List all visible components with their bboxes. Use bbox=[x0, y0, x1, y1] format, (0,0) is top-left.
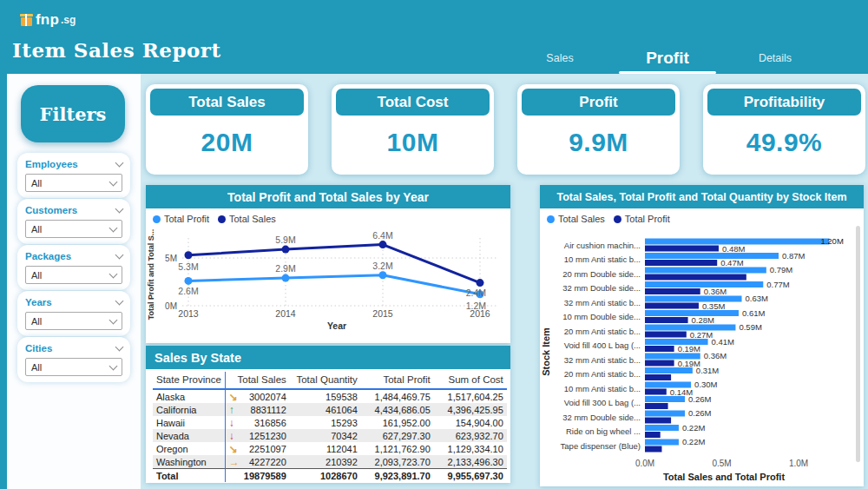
sales-bar[interactable] bbox=[645, 268, 766, 274]
filter-dropdown[interactable]: All bbox=[25, 266, 122, 284]
profit-bar[interactable] bbox=[645, 360, 674, 367]
profit-bar[interactable] bbox=[645, 403, 668, 409]
app-header: fnp .sg Item Sales Report Sales Profit D… bbox=[0, 0, 868, 74]
chevron-down-icon bbox=[109, 315, 118, 324]
profit-bar[interactable] bbox=[645, 274, 746, 281]
filter-group: Employees All bbox=[17, 153, 130, 198]
profit-bar[interactable] bbox=[645, 374, 671, 380]
chevron-down-icon bbox=[109, 269, 118, 278]
kpi-row: Total Sales 20M Total Cost 10M Profit 9.… bbox=[146, 84, 865, 175]
legend-item[interactable]: Total Sales bbox=[547, 214, 605, 224]
chart-text: Total Sales and Total Profit bbox=[663, 472, 786, 482]
line-chart-title: Total Profit and Total Sales by Year bbox=[146, 185, 510, 208]
chevron-down-icon[interactable] bbox=[115, 297, 124, 306]
profit-bar[interactable] bbox=[645, 303, 699, 309]
filters-button[interactable]: Filters bbox=[21, 85, 125, 142]
legend-item[interactable]: Total Profit bbox=[153, 214, 209, 224]
trend-down-right-icon: ↘ bbox=[229, 445, 238, 453]
tab-profit[interactable]: Profit bbox=[612, 49, 723, 74]
sales-bar[interactable] bbox=[645, 439, 679, 446]
filter-dropdown[interactable]: All bbox=[25, 220, 122, 238]
tab-details[interactable]: Details bbox=[723, 52, 827, 74]
legend-label: Total Profit bbox=[625, 214, 670, 224]
data-point[interactable] bbox=[379, 271, 387, 279]
filter-group: Customers All bbox=[17, 199, 130, 244]
report-tabs: Sales Profit Details bbox=[508, 49, 827, 74]
kpi-card: Profitability 49.9% bbox=[703, 84, 865, 175]
chart-text: 0.63M bbox=[746, 294, 768, 303]
col-total-quantity[interactable]: Total Quantity bbox=[290, 372, 361, 389]
chevron-down-icon bbox=[109, 223, 118, 232]
legend-item[interactable]: Total Sales bbox=[218, 214, 276, 224]
kpi-card: Profit 9.9M bbox=[517, 84, 680, 175]
profit-bar[interactable] bbox=[645, 418, 671, 424]
table-row[interactable]: California↑88311124610644,434,686.054,39… bbox=[153, 403, 507, 416]
data-point[interactable] bbox=[185, 251, 193, 259]
filter-dropdown[interactable]: All bbox=[25, 358, 122, 376]
sales-bar[interactable] bbox=[645, 411, 685, 417]
dashboard: fnp .sg Item Sales Report Sales Profit D… bbox=[0, 0, 868, 489]
kpi-card: Total Sales 20M bbox=[146, 84, 308, 175]
filter-list: Employees All Customers All Packages bbox=[17, 153, 130, 383]
chevron-down-icon[interactable] bbox=[115, 343, 124, 352]
state-table-header: State Province Total Sales Total Quantit… bbox=[153, 372, 507, 389]
filter-dropdown[interactable]: All bbox=[25, 312, 122, 330]
profit-bar[interactable] bbox=[645, 332, 687, 338]
profit-bar[interactable] bbox=[645, 446, 661, 453]
filter-selected-value: All bbox=[31, 316, 42, 327]
profit-bar[interactable] bbox=[645, 389, 667, 395]
chart-text: 0.28M bbox=[692, 315, 714, 325]
bar-chart-svg: 0.0M0.5M1.0MTotal Sales and Total Profit… bbox=[540, 226, 864, 488]
filter-dropdown[interactable]: All bbox=[25, 174, 122, 192]
col-total-profit[interactable]: Total Profit bbox=[361, 372, 434, 389]
chart-text: 0.41M bbox=[712, 337, 734, 347]
table-row[interactable]: Washington→42272202103922,093,723.702,13… bbox=[153, 455, 507, 469]
table-total-row[interactable]: Total1987958910286709,923,891.709,955,69… bbox=[153, 469, 507, 483]
page-title: Item Sales Report bbox=[12, 38, 221, 62]
profit-bar[interactable] bbox=[645, 346, 674, 352]
profit-bar[interactable] bbox=[645, 288, 700, 294]
legend-item[interactable]: Total Profit bbox=[614, 214, 670, 224]
filter-selected-value: All bbox=[31, 270, 42, 281]
chart-text: 1.2M bbox=[466, 301, 486, 311]
chevron-down-icon[interactable] bbox=[115, 205, 124, 214]
bar-chart-legend: Total SalesTotal Profit bbox=[540, 208, 864, 226]
chart-text: 2014 bbox=[275, 308, 296, 319]
chevron-down-icon[interactable] bbox=[115, 251, 124, 260]
profit-bar[interactable] bbox=[645, 246, 719, 252]
table-row[interactable]: Hawaii↓31685615293161,952.00154,904.00 bbox=[153, 416, 507, 429]
table-row[interactable]: Nevada↓125123070342627,297.30623,932.70 bbox=[153, 429, 507, 442]
chart-text: Year bbox=[327, 320, 346, 331]
line-chart-card: Total Profit and Total Sales by Year Tot… bbox=[146, 185, 510, 343]
chart-text: 5.9M bbox=[275, 235, 295, 245]
brand-text: fnp bbox=[36, 11, 59, 29]
table-row[interactable]: Oregon↘22510971120411,121,762.901,129,33… bbox=[153, 442, 507, 455]
data-point[interactable] bbox=[477, 279, 484, 287]
data-point[interactable] bbox=[282, 274, 290, 282]
state-table: State Province Total Sales Total Quantit… bbox=[153, 372, 507, 482]
data-point[interactable] bbox=[185, 277, 193, 285]
sales-bar[interactable] bbox=[645, 367, 693, 373]
profit-bar[interactable] bbox=[645, 260, 717, 266]
chevron-down-icon[interactable] bbox=[115, 159, 124, 168]
data-point[interactable] bbox=[379, 241, 387, 248]
tab-sales[interactable]: Sales bbox=[508, 52, 612, 74]
profit-bar[interactable] bbox=[645, 432, 661, 438]
bar-chart-title: Total Sales, Total Profit and Total Quan… bbox=[540, 185, 864, 208]
scrollbar[interactable] bbox=[856, 226, 860, 462]
sales-bar[interactable] bbox=[645, 296, 742, 302]
chart-text: 0.77M bbox=[766, 280, 789, 289]
series-line bbox=[188, 275, 480, 294]
brand-logo[interactable]: fnp .sg bbox=[21, 11, 76, 29]
data-point[interactable] bbox=[282, 246, 290, 254]
col-state-province[interactable]: State Province bbox=[153, 372, 225, 389]
chart-text: Ride on big wheel ... bbox=[566, 426, 641, 436]
profit-bar[interactable] bbox=[645, 317, 688, 323]
table-row[interactable]: Alaska↘30020741595381,484,469.751,517,60… bbox=[153, 389, 507, 403]
sales-bar[interactable] bbox=[645, 253, 779, 259]
col-total-sales[interactable]: Total Sales bbox=[225, 372, 290, 389]
col-sum-of-cost[interactable]: Sum of Cost bbox=[434, 372, 507, 389]
sales-bar[interactable] bbox=[645, 425, 679, 431]
chart-text: 0.35M bbox=[702, 301, 725, 311]
sales-bar[interactable] bbox=[645, 396, 685, 402]
